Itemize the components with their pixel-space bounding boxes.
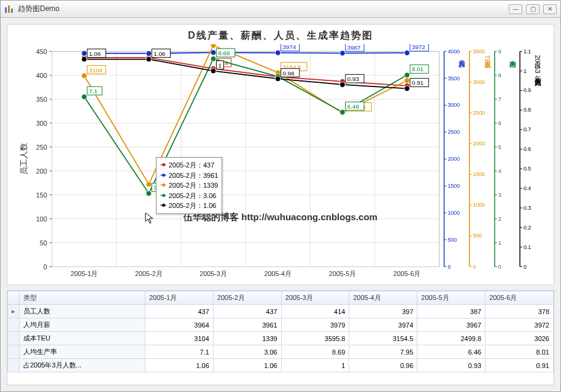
table-row[interactable]: ▸员工人数437437414397387378: [8, 305, 554, 318]
svg-point-171: [146, 191, 152, 196]
row-name[interactable]: 占2005年3月人数...: [20, 359, 145, 372]
svg-text:8.01: 8.01: [412, 66, 424, 72]
svg-text:1500: 1500: [447, 183, 460, 189]
col-type[interactable]: 类型: [20, 291, 145, 305]
cell[interactable]: 1339: [213, 332, 281, 345]
cell[interactable]: 0.91: [486, 359, 554, 372]
table-row[interactable]: 人均生产率7.13.068.697.956.468.01: [8, 345, 554, 359]
cell[interactable]: 1: [281, 359, 349, 372]
row-name[interactable]: 人均月薪: [20, 318, 145, 332]
svg-text:0: 0: [44, 263, 47, 271]
cell[interactable]: 7.1: [145, 345, 213, 359]
cell[interactable]: 3104: [145, 332, 213, 345]
svg-point-193: [275, 76, 280, 82]
svg-text:4000: 4000: [447, 48, 460, 55]
table-row[interactable]: 人均月薪396439613979397439673972: [8, 318, 554, 332]
svg-text:7.1: 7.1: [89, 88, 98, 94]
svg-point-145: [275, 50, 280, 56]
svg-point-142: [82, 51, 87, 56]
svg-text:3500: 3500: [447, 75, 460, 82]
svg-text:1: 1: [524, 68, 527, 74]
svg-point-181: [404, 72, 410, 78]
svg-point-151: [404, 50, 410, 56]
svg-point-143: [146, 51, 152, 56]
svg-point-178: [340, 109, 346, 115]
svg-text:1: 1: [218, 62, 221, 69]
chart-svg[interactable]: 0501001502002503003504004502005-1月2005-2…: [7, 44, 554, 285]
cell[interactable]: 378: [486, 305, 554, 318]
col-1[interactable]: 2005-2月: [213, 291, 281, 305]
row-indicator: ▸: [8, 305, 20, 318]
cell[interactable]: 3595.8: [281, 332, 349, 345]
svg-text:0.93: 0.93: [347, 75, 360, 82]
cell[interactable]: 3.06: [213, 345, 281, 359]
cell[interactable]: 6.46: [417, 345, 486, 359]
svg-text:3974: 3974: [283, 44, 296, 50]
cell[interactable]: 1.06: [145, 359, 213, 372]
col-0[interactable]: 2005-1月: [145, 291, 213, 305]
svg-text:8: 8: [498, 72, 501, 79]
cell[interactable]: 3961: [213, 318, 281, 332]
col-3[interactable]: 2005-4月: [349, 291, 417, 305]
svg-text:500: 500: [473, 233, 482, 239]
svg-text:2: 2: [498, 216, 501, 222]
svg-text:0: 0: [498, 264, 501, 270]
row-name[interactable]: 成本TEU: [20, 332, 145, 345]
cell[interactable]: 3964: [145, 318, 213, 332]
cell[interactable]: 8.69: [281, 345, 349, 359]
svg-text:1.06: 1.06: [153, 50, 166, 57]
cell[interactable]: 414: [281, 305, 349, 318]
chart-panel[interactable]: D线产量、薪酬、人员、生成率趋势图 0501001502002503003504…: [7, 24, 554, 285]
svg-text:成本TEU: 成本TEU: [483, 55, 491, 69]
window-title: 趋势图Demo: [18, 4, 509, 14]
row-name[interactable]: 员工人数: [20, 305, 145, 318]
cell[interactable]: 8.01: [486, 345, 554, 359]
table-row[interactable]: 成本TEU310413393595.83154.52499.83026: [8, 332, 554, 345]
col-4[interactable]: 2005-5月: [417, 291, 486, 305]
cell[interactable]: 3974: [349, 318, 417, 332]
cell[interactable]: 387: [417, 305, 486, 318]
cell[interactable]: 397: [349, 305, 417, 318]
cell[interactable]: 2499.8: [417, 332, 486, 345]
cell[interactable]: 0.93: [417, 359, 486, 372]
cell[interactable]: 0.96: [349, 359, 417, 372]
svg-text:0.8: 0.8: [524, 107, 531, 113]
cell[interactable]: 3979: [281, 318, 349, 332]
svg-text:3972: 3972: [412, 44, 425, 50]
row-indicator: [8, 332, 20, 345]
col-5[interactable]: 2005-6月: [486, 291, 554, 305]
svg-text:3000: 3000: [473, 79, 486, 85]
minimize-button[interactable]: —: [509, 4, 522, 14]
svg-text:2005-6月: 2005-6月: [393, 270, 421, 277]
svg-text:3000: 3000: [447, 102, 460, 108]
table-row[interactable]: 占2005年3月人数...1.061.0610.960.930.91: [8, 359, 554, 372]
svg-text:2500: 2500: [473, 110, 486, 116]
cell[interactable]: 7.95: [349, 345, 417, 359]
svg-text:250: 250: [36, 144, 47, 151]
maximize-button[interactable]: ▢: [526, 4, 540, 14]
data-table[interactable]: 类型2005-1月2005-2月2005-3月2005-4月2005-5月200…: [7, 291, 554, 372]
row-indicator-header: [8, 291, 20, 305]
svg-rect-2: [11, 9, 13, 13]
svg-text:0.5: 0.5: [524, 166, 531, 172]
cell[interactable]: 3154.5: [349, 332, 417, 345]
cell[interactable]: 1.06: [213, 359, 281, 372]
cell[interactable]: 3967: [417, 318, 486, 332]
row-name[interactable]: 人均生产率: [20, 345, 145, 359]
svg-text:4: 4: [498, 168, 501, 174]
svg-point-157: [146, 182, 152, 187]
data-grid[interactable]: 类型2005-1月2005-2月2005-3月2005-4月2005-5月200…: [7, 290, 554, 385]
close-button[interactable]: ✕: [543, 4, 557, 14]
svg-point-190: [211, 68, 216, 74]
chart-tooltip: 2005-2月：4372005-2月：39612005-2月：13392005-…: [156, 157, 223, 214]
cell[interactable]: 437: [145, 305, 213, 318]
svg-text:300: 300: [36, 120, 47, 127]
col-2[interactable]: 2005-3月: [281, 291, 349, 305]
cell[interactable]: 3972: [486, 318, 554, 332]
cell[interactable]: 437: [213, 305, 281, 318]
titlebar[interactable]: 趋势图Demo — ▢ ✕: [1, 1, 560, 18]
cell[interactable]: 3026: [486, 332, 554, 345]
svg-text:450: 450: [36, 48, 47, 55]
chart-body: 0501001502002503003504004502005-1月2005-2…: [7, 44, 554, 285]
window-buttons: — ▢ ✕: [509, 4, 557, 14]
